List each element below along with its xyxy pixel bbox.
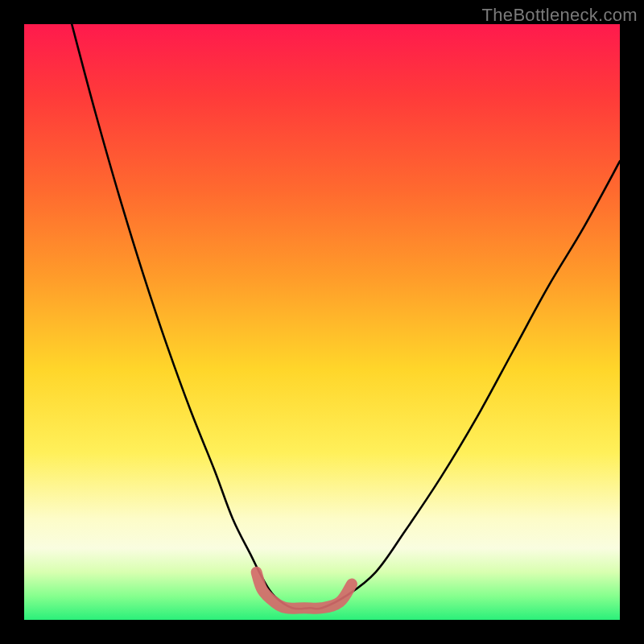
chart-frame: TheBottleneck.com — [0, 0, 644, 644]
watermark-text: TheBottleneck.com — [482, 5, 638, 26]
chart-canvas — [24, 24, 620, 620]
chart-plot-area — [24, 24, 620, 620]
black-curve — [72, 24, 620, 609]
